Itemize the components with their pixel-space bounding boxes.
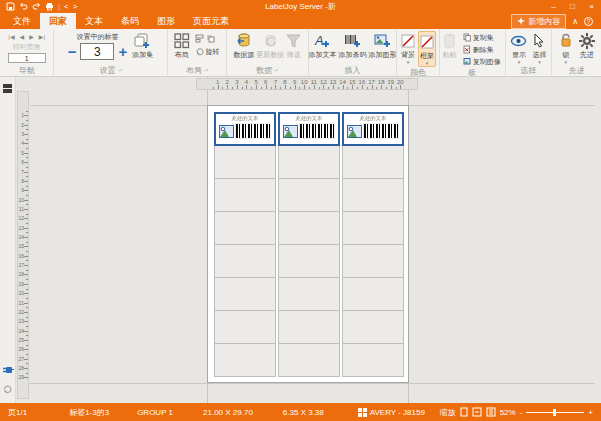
prev-page-button[interactable]: ◀ (20, 33, 25, 40)
connector-plug-icon[interactable] (2, 365, 14, 375)
tab-2[interactable]: 文本 (76, 13, 112, 29)
filter-button[interactable]: 筛选 (285, 31, 302, 61)
layout-dialog-launcher[interactable]: ⌐ (204, 67, 208, 74)
label-cell-selected[interactable]: 此处的文本 (214, 112, 276, 146)
help-icon[interactable]: ? (584, 17, 593, 26)
zoom-in-button[interactable]: + (588, 408, 593, 417)
undo-icon[interactable] (19, 2, 28, 11)
refresh-data-button[interactable]: 更新数据 (255, 31, 285, 61)
label-image[interactable] (283, 125, 298, 138)
collapse-ribbon-icon[interactable]: ∧ (572, 17, 578, 26)
view-fit-width-icon[interactable] (486, 407, 496, 417)
select-button[interactable]: 选择 ▾ (531, 31, 547, 65)
label-cell-selected[interactable]: 此处的文本 (278, 112, 340, 146)
add-text-icon: A (314, 32, 331, 49)
label-cell-empty[interactable] (214, 211, 276, 245)
increase-labels-button[interactable]: + (118, 45, 127, 59)
zoom-out-button[interactable]: - (520, 408, 523, 417)
copy-image-button[interactable]: 复制图像 (461, 56, 503, 67)
label-cell-empty[interactable] (278, 244, 340, 278)
label-text[interactable]: 此处的文本 (221, 115, 270, 121)
align-buttons[interactable] (193, 33, 222, 44)
tab-3[interactable]: 条码 (112, 13, 148, 29)
last-page-button[interactable]: ▶| (39, 33, 45, 40)
tab-4[interactable]: 图形 (148, 13, 184, 29)
view-fit-page-icon[interactable] (472, 407, 482, 417)
print-icon[interactable] (45, 2, 54, 11)
view-normal-icon[interactable] (460, 407, 468, 417)
label-image[interactable] (347, 125, 362, 138)
add-image-button[interactable]: 添加图形 (367, 31, 397, 61)
data-dialog-launcher[interactable]: ⌐ (274, 67, 278, 74)
zoom-slider-handle[interactable] (553, 409, 556, 416)
label-cell-empty[interactable] (342, 145, 404, 179)
zoom-slider[interactable] (526, 408, 584, 417)
label-cell-empty[interactable] (342, 178, 404, 212)
label-text[interactable]: 此处的文本 (349, 115, 398, 121)
status-labels: 标签1-3的3 (69, 407, 109, 418)
tab-5[interactable]: 页面元素 (184, 13, 238, 29)
label-barcode[interactable] (363, 123, 399, 139)
frame-color-button[interactable]: 框架 ▾ (418, 31, 436, 67)
add-text-button[interactable]: A 添加文本 (307, 31, 337, 61)
label-barcode[interactable] (299, 123, 335, 139)
delete-set-button[interactable]: 删除集 (461, 44, 503, 55)
label-cell-empty[interactable] (342, 277, 404, 311)
label-cell-empty[interactable] (278, 211, 340, 245)
background-color-button[interactable]: 背景 ▾ (400, 31, 416, 65)
label-cell-empty[interactable] (278, 145, 340, 179)
label-cell-empty[interactable] (342, 310, 404, 344)
page-number-input[interactable]: 1 (8, 53, 46, 63)
refresh-view-icon[interactable] (2, 383, 13, 394)
ruler-tick-minor (26, 373, 28, 374)
label-sheet-page[interactable]: 此处的文本此处的文本此处的文本 (207, 105, 409, 383)
tab-1[interactable]: 回家 (40, 13, 76, 29)
advanced-button[interactable]: 先进 (578, 31, 596, 61)
rotate-button[interactable]: 旋转 (193, 46, 222, 57)
paste-button[interactable]: 粘贴 (442, 31, 458, 61)
forward-button[interactable]: > (73, 0, 78, 13)
lock-button[interactable]: 锁 ▾ (558, 31, 574, 65)
label-cell-empty[interactable] (214, 178, 276, 212)
show-button[interactable]: 显示 ▾ (509, 31, 528, 65)
minimize-button[interactable]: – (544, 0, 563, 13)
label-column: 此处的文本 (278, 112, 340, 377)
label-cell-empty[interactable] (278, 310, 340, 344)
design-canvas[interactable]: 1234567891011121314151617181920 12345678… (0, 77, 601, 403)
back-button[interactable]: < (64, 0, 69, 13)
redo-icon[interactable] (32, 2, 41, 11)
first-page-button[interactable]: |◀ (8, 33, 14, 40)
label-cell-empty[interactable] (278, 277, 340, 311)
label-cell-empty[interactable] (214, 244, 276, 278)
label-cell-empty[interactable] (214, 310, 276, 344)
add-set-button[interactable]: 添加集 (131, 31, 154, 61)
add-barcode-button[interactable]: 添加条码 (337, 31, 367, 61)
status-template[interactable]: AVERY - J8159 (358, 408, 425, 417)
label-cell-empty[interactable] (214, 277, 276, 311)
label-cell-empty[interactable] (342, 343, 404, 377)
label-cell-empty[interactable] (342, 211, 404, 245)
settings-dialog-launcher[interactable]: ⌐ (118, 67, 122, 74)
label-image[interactable] (219, 125, 234, 138)
maximize-button[interactable]: □ (563, 0, 582, 13)
next-page-button[interactable]: ▶ (29, 33, 34, 40)
label-count-input[interactable]: 3 (80, 43, 114, 60)
label-cell-selected[interactable]: 此处的文本 (342, 112, 404, 146)
label-barcode[interactable] (235, 123, 271, 139)
label-cell-empty[interactable] (278, 343, 340, 377)
layout-button[interactable]: 布局 (173, 31, 191, 61)
label-cell-empty[interactable] (214, 343, 276, 377)
decrease-labels-button[interactable]: − (68, 45, 77, 59)
label-cell-empty[interactable] (342, 244, 404, 278)
close-button[interactable]: × (582, 0, 601, 13)
ruler-tick-minor (26, 251, 28, 252)
save-icon[interactable] (6, 2, 15, 11)
copy-set-button[interactable]: 复制集 (461, 32, 503, 43)
label-cell-empty[interactable] (214, 145, 276, 179)
panel-toggle-icon[interactable] (2, 83, 13, 94)
label-cell-empty[interactable] (278, 178, 340, 212)
label-text[interactable]: 此处的文本 (285, 115, 334, 121)
new-content-button[interactable]: 新增内容 (511, 14, 566, 29)
data-source-button[interactable]: 数据源 (232, 31, 255, 61)
tab-0[interactable]: 文件 (4, 13, 40, 29)
